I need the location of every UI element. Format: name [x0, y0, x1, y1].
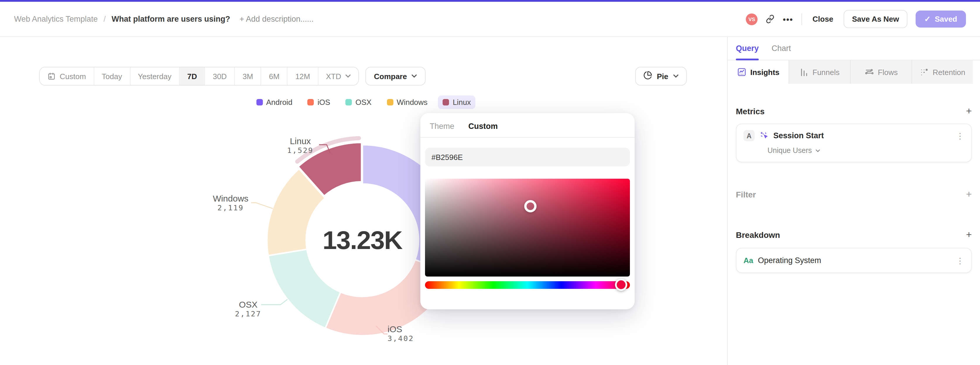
flows-icon	[864, 67, 874, 77]
tab-custom[interactable]: Custom	[468, 122, 498, 131]
breakdown-row: Aa Operating System ⋮	[743, 256, 964, 265]
chevron-down-icon	[815, 149, 820, 152]
hue-slider-handle[interactable]	[615, 279, 627, 291]
metric-card[interactable]: A Session Start ⋮ Unique Users	[736, 124, 972, 162]
date-range-segmented-control: CustomTodayYesterday7D30D3M6M12MXTD	[39, 67, 359, 86]
view-tab-insights[interactable]: Insights	[728, 61, 789, 84]
saved-button[interactable]: ✓ Saved	[916, 11, 966, 27]
legend-swatch	[256, 99, 262, 105]
pie-label-windows: Windows2,119	[213, 193, 248, 213]
main: CustomTodayYesterday7D30D3M6M12MXTD Comp…	[0, 37, 980, 365]
page-title[interactable]: What platform are users using?	[111, 14, 230, 24]
range-3m[interactable]: 3M	[235, 67, 261, 85]
breadcrumb-root[interactable]: Web Analytics Template	[14, 14, 98, 24]
avatar[interactable]: VS	[746, 13, 757, 25]
tab-theme[interactable]: Theme	[430, 122, 454, 131]
legend-swatch	[443, 99, 449, 105]
add-breakdown-button[interactable]: +	[966, 230, 972, 240]
app-window: Web Analytics Template / What platform a…	[0, 0, 980, 365]
header: Web Analytics Template / What platform a…	[0, 2, 980, 37]
breadcrumb-separator: /	[103, 14, 106, 24]
sidebar: Query Chart InsightsFunnelsFlowsRetentio…	[727, 37, 980, 365]
more-options-icon[interactable]: •••	[783, 14, 793, 24]
view-tab-funnels[interactable]: Funnels	[789, 61, 851, 84]
metric-row: A Session Start ⋮	[743, 130, 964, 141]
view-tab-flows[interactable]: Flows	[851, 61, 912, 84]
header-divider	[802, 13, 802, 25]
legend-item-android[interactable]: Android	[251, 96, 297, 109]
aggregation-label: Unique Users	[767, 147, 812, 155]
funnels-icon	[800, 68, 808, 77]
session-start-icon	[759, 131, 768, 140]
legend-item-osx[interactable]: OSX	[341, 96, 376, 109]
breakdown-kebab-icon[interactable]: ⋮	[956, 256, 964, 265]
range-custom[interactable]: Custom	[40, 67, 94, 85]
breakdown-label: Operating System	[758, 256, 821, 265]
metrics-section-header: Metrics +	[736, 106, 972, 116]
chart-region: CustomTodayYesterday7D30D3M6M12MXTD Comp…	[0, 37, 727, 365]
range-12m[interactable]: 12M	[288, 67, 318, 85]
tab-chart[interactable]: Chart	[772, 37, 791, 60]
chevron-down-icon	[345, 74, 351, 78]
legend-item-ios[interactable]: iOS	[303, 96, 335, 109]
legend-label: OSX	[355, 98, 371, 107]
compare-label: Compare	[374, 72, 407, 81]
calendar-icon	[48, 72, 56, 80]
color-picker-popover: Theme Custom	[420, 113, 635, 309]
filter-section-header: Filter +	[736, 189, 972, 199]
range-today[interactable]: Today	[94, 67, 130, 85]
range-6m[interactable]: 6M	[261, 67, 288, 85]
range-7d[interactable]: 7D	[180, 67, 205, 85]
add-metric-button[interactable]: +	[966, 106, 972, 116]
add-filter-button[interactable]: +	[966, 189, 972, 199]
label-leader-windows	[251, 203, 273, 209]
color-picker-tabs: Theme Custom	[420, 113, 635, 138]
legend-swatch	[387, 99, 393, 105]
add-description-button[interactable]: + Add description......	[239, 14, 313, 24]
compare-button[interactable]: Compare	[365, 67, 426, 86]
chart-toolbar: CustomTodayYesterday7D30D3M6M12MXTD Comp…	[39, 67, 704, 86]
chevron-down-icon	[412, 74, 417, 78]
range-30d[interactable]: 30D	[205, 67, 235, 85]
pie-chart-icon	[643, 71, 652, 81]
metric-kebab-icon[interactable]: ⋮	[956, 132, 964, 140]
metric-label: Session Start	[773, 131, 824, 140]
breakdown-heading: Breakdown	[736, 230, 780, 239]
save-as-new-button[interactable]: Save As New	[844, 10, 907, 28]
breadcrumb: Web Analytics Template / What platform a…	[14, 14, 313, 24]
legend-swatch	[345, 99, 352, 105]
share-link-icon[interactable]	[766, 14, 775, 24]
pie-slice-osx[interactable]	[268, 249, 340, 328]
breakdown-card[interactable]: Aa Operating System ⋮	[736, 248, 972, 273]
tab-query[interactable]: Query	[736, 37, 759, 60]
label-leader-osx	[261, 300, 288, 304]
pie-label-osx: OSX2,127	[235, 300, 261, 319]
pie-label-linux: Linux1,529	[287, 136, 313, 155]
series-letter-badge: A	[743, 130, 755, 141]
legend-item-linux[interactable]: Linux	[438, 96, 476, 109]
pie-label-ios: iOS3,402	[388, 324, 414, 343]
saturation-cursor[interactable]	[524, 200, 536, 213]
legend-label: Linux	[453, 98, 471, 107]
close-button[interactable]: Close	[810, 11, 836, 27]
saturation-gradient-area[interactable]	[425, 179, 630, 277]
range-xtd[interactable]: XTD	[318, 67, 358, 85]
legend-label: Windows	[397, 98, 428, 107]
filter-heading: Filter	[736, 190, 756, 199]
chevron-down-icon	[673, 74, 678, 78]
chart-legend: AndroidiOSOSXWindowsLinux	[0, 96, 727, 109]
legend-item-windows[interactable]: Windows	[382, 96, 432, 109]
hue-slider[interactable]	[425, 281, 630, 289]
legend-swatch	[308, 99, 314, 105]
aggregation-select[interactable]: Unique Users	[767, 147, 964, 155]
sidebar-tabs: Query Chart	[728, 37, 980, 61]
string-property-icon: Aa	[743, 256, 753, 265]
chart-type-label: Pie	[657, 72, 668, 81]
view-tab-retention[interactable]: Retention	[912, 61, 973, 84]
metrics-heading: Metrics	[736, 106, 765, 116]
saved-button-label: Saved	[935, 14, 957, 24]
legend-label: Android	[266, 98, 293, 107]
hex-color-input[interactable]	[425, 148, 630, 166]
range-yesterday[interactable]: Yesterday	[130, 67, 180, 85]
chart-type-select[interactable]: Pie	[635, 67, 686, 86]
